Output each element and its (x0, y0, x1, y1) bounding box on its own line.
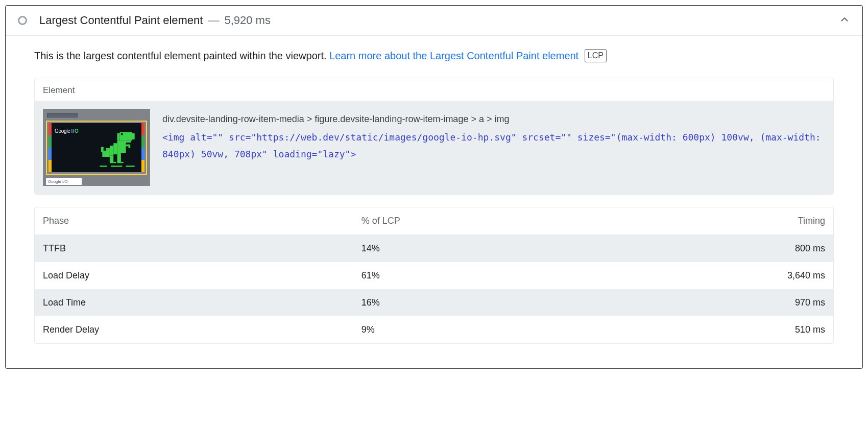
element-content: GoogleI/O (35, 101, 833, 194)
cell-pct: 16% (353, 289, 595, 316)
svg-rect-6 (113, 143, 117, 154)
svg-rect-2 (132, 133, 135, 139)
cell-phase: Load Delay (35, 262, 353, 289)
svg-rect-16 (121, 162, 124, 163)
svg-rect-19 (126, 166, 135, 167)
phase-table: Phase % of LCP Timing TTFB 14% 800 ms Lo… (35, 207, 833, 343)
cell-phase: Load Time (35, 289, 353, 316)
svg-rect-10 (101, 147, 104, 152)
table-row: Load Delay 61% 3,640 ms (35, 262, 833, 289)
svg-rect-7 (110, 146, 113, 156)
svg-rect-17 (100, 166, 107, 167)
cell-phase: Render Delay (35, 316, 353, 343)
table-row: Load Time 16% 970 ms (35, 289, 833, 316)
svg-rect-15 (113, 162, 116, 163)
description-text: This is the largest contentful element p… (34, 50, 329, 61)
audit-header[interactable]: Largest Contentful Paint element — 5,920… (6, 6, 862, 36)
thumbnail-stripe-right (141, 123, 144, 172)
svg-rect-3 (121, 133, 123, 135)
cell-timing: 510 ms (595, 316, 833, 343)
cell-timing: 800 ms (595, 235, 833, 263)
lcp-badge: LCP (585, 49, 607, 62)
audit-panel: Largest Contentful Paint element — 5,920… (5, 5, 863, 369)
thumbnail-brand-io: I/O (71, 128, 79, 134)
thumbnail-card: GoogleI/O (46, 121, 147, 175)
title-separator: — (208, 14, 219, 27)
status-indicator-icon (18, 16, 27, 25)
svg-rect-14 (117, 153, 121, 163)
svg-rect-13 (110, 156, 113, 163)
svg-rect-5 (117, 140, 126, 153)
thumbnail-small-label: Google I/O (46, 178, 82, 185)
cell-pct: 61% (353, 262, 595, 289)
svg-rect-12 (129, 145, 131, 148)
audit-body: This is the largest contentful element p… (6, 36, 862, 368)
col-header-pct: % of LCP (353, 207, 595, 235)
thumbnail-brand-google: Google (55, 128, 70, 134)
svg-rect-18 (111, 166, 122, 167)
cell-timing: 3,640 ms (595, 262, 833, 289)
cell-phase: TTFB (35, 235, 353, 263)
table-row: Render Delay 9% 510 ms (35, 316, 833, 343)
thumbnail-brand: GoogleI/O (52, 123, 95, 172)
cell-timing: 970 ms (595, 289, 833, 316)
cell-pct: 14% (353, 235, 595, 263)
cell-pct: 9% (353, 316, 595, 343)
svg-rect-8 (106, 148, 110, 157)
learn-more-link[interactable]: Learn more about the Largest Contentful … (329, 50, 578, 61)
audit-time: 5,920 ms (224, 14, 271, 27)
col-header-timing: Timing (595, 207, 833, 235)
thumbnail-inner: GoogleI/O (52, 123, 141, 172)
col-header-phase: Phase (35, 207, 353, 235)
table-row: TTFB 14% 800 ms (35, 235, 833, 263)
chevron-up-icon[interactable] (839, 14, 850, 27)
audit-title: Largest Contentful Paint element (39, 14, 203, 27)
element-selector: div.devsite-landing-row-item-media > fig… (162, 111, 825, 127)
audit-description: This is the largest contentful element p… (34, 48, 834, 63)
svg-rect-1 (117, 133, 120, 141)
element-section-label: Element (35, 78, 833, 101)
element-thumbnail[interactable]: GoogleI/O (43, 109, 150, 186)
phase-table-section: Phase % of LCP Timing TTFB 14% 800 ms Lo… (34, 207, 834, 344)
thumbnail-chip (47, 113, 78, 118)
element-code-area: div.devsite-landing-row-item-media > fig… (162, 109, 825, 162)
element-section: Element GoogleI/O (34, 78, 834, 195)
element-html-code: <img alt="" src="https://web.dev/static/… (162, 129, 825, 162)
dino-icon (95, 123, 141, 172)
